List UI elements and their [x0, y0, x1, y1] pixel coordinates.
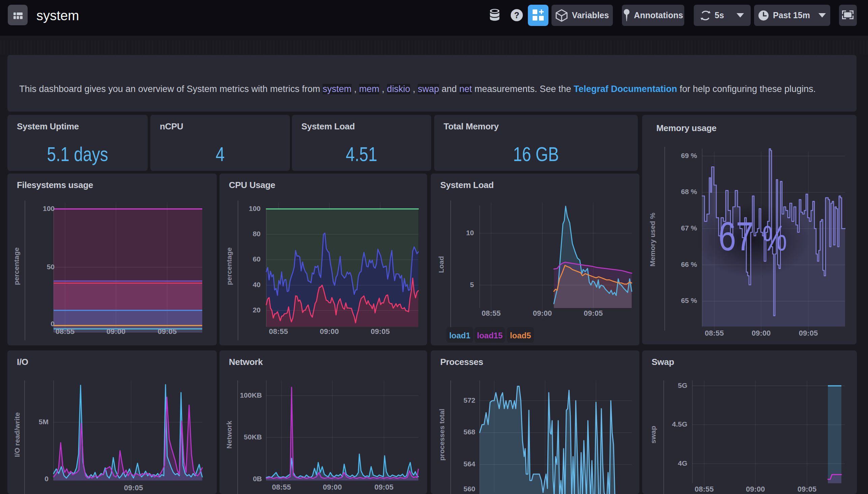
svg-text:572: 572 — [464, 396, 475, 404]
svg-text:load5: load5 — [510, 331, 531, 340]
svg-text:Load: Load — [437, 256, 445, 273]
svg-text:08:55: 08:55 — [272, 483, 291, 491]
svg-text:09:00: 09:00 — [320, 327, 339, 336]
svg-text:load1: load1 — [449, 331, 471, 340]
svg-text:65 %: 65 % — [681, 297, 697, 304]
svg-text:09:05: 09:05 — [371, 327, 390, 336]
svg-text:20: 20 — [253, 306, 261, 314]
svg-text:Network: Network — [225, 420, 233, 449]
svg-text:09:00: 09:00 — [107, 327, 126, 336]
svg-text:08:55: 08:55 — [695, 485, 714, 493]
svg-text:60: 60 — [253, 255, 261, 263]
svg-text:09:05: 09:05 — [158, 327, 177, 336]
svg-text:0: 0 — [44, 475, 49, 482]
svg-text:09:05: 09:05 — [797, 485, 816, 493]
svg-text:09:00: 09:00 — [533, 309, 552, 318]
svg-text:4.5G: 4.5G — [672, 420, 687, 428]
svg-text:swap: swap — [649, 426, 657, 444]
svg-text:10: 10 — [466, 229, 474, 236]
svg-text:08:55: 08:55 — [705, 329, 724, 337]
svg-text:67 %: 67 % — [681, 224, 697, 232]
svg-text:568: 568 — [464, 428, 475, 436]
svg-text:40: 40 — [253, 281, 261, 288]
svg-text:0: 0 — [51, 320, 55, 327]
svg-text:100: 100 — [43, 205, 55, 212]
svg-text:09:00: 09:00 — [752, 329, 771, 337]
svg-text:percentage: percentage — [225, 247, 233, 285]
svg-text:09:05: 09:05 — [584, 309, 603, 318]
svg-text:09:05: 09:05 — [799, 329, 818, 337]
svg-text:80: 80 — [253, 230, 261, 238]
svg-text:09:00: 09:00 — [323, 483, 342, 491]
svg-text:load15: load15 — [477, 331, 503, 340]
svg-text:0B: 0B — [253, 475, 262, 482]
svg-text:Memory used %: Memory used % — [648, 213, 656, 267]
svg-text:08:55: 08:55 — [482, 309, 501, 318]
svg-text:5G: 5G — [678, 381, 687, 389]
svg-text:5: 5 — [470, 281, 474, 288]
svg-text:4G: 4G — [678, 459, 687, 467]
svg-text:50KB: 50KB — [244, 433, 262, 441]
svg-text:564: 564 — [464, 460, 475, 468]
svg-text:100: 100 — [249, 205, 261, 212]
svg-text:100KB: 100KB — [240, 391, 262, 399]
svg-text:09:00: 09:00 — [746, 485, 765, 493]
svg-text:processes total: processes total — [438, 409, 446, 461]
svg-text:08:55: 08:55 — [56, 327, 75, 336]
svg-text:I/O read/write: I/O read/write — [13, 412, 21, 457]
svg-text:08:55: 08:55 — [269, 327, 288, 336]
svg-text:69 %: 69 % — [681, 152, 697, 159]
svg-text:percentage: percentage — [13, 247, 20, 285]
svg-text:66 %: 66 % — [681, 261, 697, 268]
svg-text:50: 50 — [47, 263, 55, 271]
svg-text:67 %: 67 % — [718, 214, 787, 259]
svg-text:5M: 5M — [39, 418, 49, 425]
svg-text:68 %: 68 % — [681, 188, 697, 195]
svg-text:560: 560 — [464, 485, 475, 493]
svg-text:09:05: 09:05 — [375, 483, 393, 491]
svg-text:09:05: 09:05 — [124, 483, 143, 492]
